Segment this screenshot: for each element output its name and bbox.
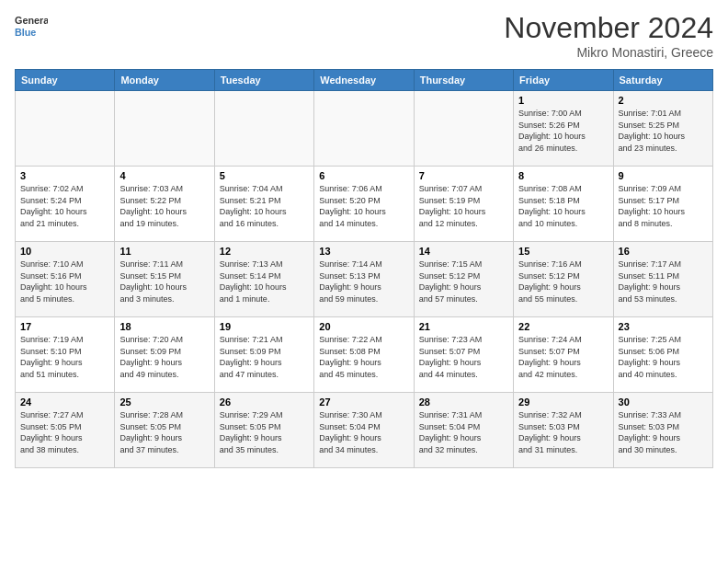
table-row: 10Sunrise: 7:10 AM Sunset: 5:16 PM Dayli… bbox=[16, 242, 115, 317]
svg-text:Blue: Blue bbox=[15, 27, 36, 38]
table-row bbox=[115, 91, 214, 167]
day-number: 20 bbox=[319, 321, 408, 332]
day-info: Sunrise: 7:33 AM Sunset: 5:03 PM Dayligh… bbox=[619, 409, 708, 455]
table-row: 8Sunrise: 7:08 AM Sunset: 5:18 PM Daylig… bbox=[514, 167, 613, 242]
table-row: 28Sunrise: 7:31 AM Sunset: 5:04 PM Dayli… bbox=[414, 393, 513, 468]
table-row: 27Sunrise: 7:30 AM Sunset: 5:04 PM Dayli… bbox=[314, 393, 414, 468]
table-row: 30Sunrise: 7:33 AM Sunset: 5:03 PM Dayli… bbox=[613, 393, 712, 468]
day-number: 15 bbox=[518, 246, 608, 257]
table-row: 23Sunrise: 7:25 AM Sunset: 5:06 PM Dayli… bbox=[613, 317, 712, 393]
day-info: Sunrise: 7:07 AM Sunset: 5:19 PM Dayligh… bbox=[419, 183, 508, 229]
col-friday: Friday bbox=[514, 70, 613, 91]
day-number: 11 bbox=[119, 246, 209, 257]
day-info: Sunrise: 7:28 AM Sunset: 5:05 PM Dayligh… bbox=[119, 409, 209, 455]
day-info: Sunrise: 7:02 AM Sunset: 5:24 PM Dayligh… bbox=[20, 183, 109, 229]
table-row: 14Sunrise: 7:15 AM Sunset: 5:12 PM Dayli… bbox=[414, 242, 513, 317]
day-number: 25 bbox=[119, 396, 209, 408]
day-info: Sunrise: 7:14 AM Sunset: 5:13 PM Dayligh… bbox=[319, 259, 408, 304]
day-info: Sunrise: 7:21 AM Sunset: 5:09 PM Dayligh… bbox=[220, 334, 309, 380]
table-row: 29Sunrise: 7:32 AM Sunset: 5:03 PM Dayli… bbox=[514, 393, 613, 468]
table-row: 6Sunrise: 7:06 AM Sunset: 5:20 PM Daylig… bbox=[314, 167, 414, 242]
col-tuesday: Tuesday bbox=[214, 70, 313, 91]
day-info: Sunrise: 7:24 AM Sunset: 5:07 PM Dayligh… bbox=[518, 334, 608, 380]
day-number: 5 bbox=[220, 170, 309, 181]
day-number: 26 bbox=[220, 396, 309, 408]
calendar-week-row: 24Sunrise: 7:27 AM Sunset: 5:05 PM Dayli… bbox=[16, 393, 713, 468]
table-row: 9Sunrise: 7:09 AM Sunset: 5:17 PM Daylig… bbox=[613, 167, 712, 242]
day-info: Sunrise: 7:10 AM Sunset: 5:16 PM Dayligh… bbox=[20, 259, 109, 304]
day-number: 8 bbox=[518, 170, 608, 181]
table-row: 2Sunrise: 7:01 AM Sunset: 5:25 PM Daylig… bbox=[613, 91, 712, 167]
table-row: 20Sunrise: 7:22 AM Sunset: 5:08 PM Dayli… bbox=[314, 317, 414, 393]
table-row: 22Sunrise: 7:24 AM Sunset: 5:07 PM Dayli… bbox=[514, 317, 613, 393]
location: Mikro Monastiri, Greece bbox=[504, 45, 713, 60]
table-row bbox=[214, 91, 313, 167]
day-info: Sunrise: 7:01 AM Sunset: 5:25 PM Dayligh… bbox=[619, 108, 708, 154]
day-info: Sunrise: 7:16 AM Sunset: 5:12 PM Dayligh… bbox=[518, 259, 608, 304]
calendar-table: Sunday Monday Tuesday Wednesday Thursday… bbox=[15, 69, 713, 468]
table-row: 18Sunrise: 7:20 AM Sunset: 5:09 PM Dayli… bbox=[115, 317, 214, 393]
calendar-week-row: 3Sunrise: 7:02 AM Sunset: 5:24 PM Daylig… bbox=[16, 167, 713, 242]
day-info: Sunrise: 7:29 AM Sunset: 5:05 PM Dayligh… bbox=[220, 409, 309, 455]
table-row: 1Sunrise: 7:00 AM Sunset: 5:26 PM Daylig… bbox=[514, 91, 613, 167]
calendar-week-row: 10Sunrise: 7:10 AM Sunset: 5:16 PM Dayli… bbox=[16, 242, 713, 317]
col-thursday: Thursday bbox=[414, 70, 513, 91]
day-info: Sunrise: 7:31 AM Sunset: 5:04 PM Dayligh… bbox=[419, 409, 508, 455]
calendar-body: 1Sunrise: 7:00 AM Sunset: 5:26 PM Daylig… bbox=[16, 91, 713, 468]
col-monday: Monday bbox=[115, 70, 214, 91]
day-number: 23 bbox=[619, 321, 708, 332]
table-row: 17Sunrise: 7:19 AM Sunset: 5:10 PM Dayli… bbox=[16, 317, 115, 393]
table-row: 24Sunrise: 7:27 AM Sunset: 5:05 PM Dayli… bbox=[16, 393, 115, 468]
table-row: 15Sunrise: 7:16 AM Sunset: 5:12 PM Dayli… bbox=[514, 242, 613, 317]
day-number: 12 bbox=[220, 246, 309, 257]
day-number: 9 bbox=[619, 170, 708, 181]
day-number: 14 bbox=[419, 246, 508, 257]
day-number: 27 bbox=[319, 396, 408, 408]
day-number: 18 bbox=[119, 321, 209, 332]
day-number: 7 bbox=[419, 170, 508, 181]
day-info: Sunrise: 7:13 AM Sunset: 5:14 PM Dayligh… bbox=[220, 259, 309, 304]
page: General Blue November 2024 Mikro Monasti… bbox=[0, 0, 728, 563]
title-block: November 2024 Mikro Monastiri, Greece bbox=[504, 11, 713, 60]
day-info: Sunrise: 7:30 AM Sunset: 5:04 PM Dayligh… bbox=[319, 409, 408, 455]
table-row bbox=[414, 91, 513, 167]
table-row: 13Sunrise: 7:14 AM Sunset: 5:13 PM Dayli… bbox=[314, 242, 414, 317]
day-info: Sunrise: 7:04 AM Sunset: 5:21 PM Dayligh… bbox=[220, 183, 309, 229]
day-number: 30 bbox=[619, 396, 708, 408]
col-wednesday: Wednesday bbox=[314, 70, 414, 91]
logo-icon: General Blue bbox=[15, 11, 48, 44]
logo: General Blue bbox=[15, 11, 48, 44]
day-number: 17 bbox=[20, 321, 109, 332]
table-row: 21Sunrise: 7:23 AM Sunset: 5:07 PM Dayli… bbox=[414, 317, 513, 393]
table-row bbox=[314, 91, 414, 167]
table-row: 3Sunrise: 7:02 AM Sunset: 5:24 PM Daylig… bbox=[16, 167, 115, 242]
table-row: 26Sunrise: 7:29 AM Sunset: 5:05 PM Dayli… bbox=[214, 393, 313, 468]
table-row: 11Sunrise: 7:11 AM Sunset: 5:15 PM Dayli… bbox=[115, 242, 214, 317]
table-row bbox=[16, 91, 115, 167]
table-row: 19Sunrise: 7:21 AM Sunset: 5:09 PM Dayli… bbox=[214, 317, 313, 393]
header: General Blue November 2024 Mikro Monasti… bbox=[15, 11, 713, 60]
day-number: 24 bbox=[20, 396, 109, 408]
day-info: Sunrise: 7:03 AM Sunset: 5:22 PM Dayligh… bbox=[119, 183, 209, 229]
svg-text:General: General bbox=[15, 15, 48, 26]
day-number: 10 bbox=[20, 246, 109, 257]
day-number: 1 bbox=[518, 95, 608, 106]
day-info: Sunrise: 7:00 AM Sunset: 5:26 PM Dayligh… bbox=[518, 108, 608, 154]
day-info: Sunrise: 7:23 AM Sunset: 5:07 PM Dayligh… bbox=[419, 334, 508, 380]
day-number: 21 bbox=[419, 321, 508, 332]
table-row: 7Sunrise: 7:07 AM Sunset: 5:19 PM Daylig… bbox=[414, 167, 513, 242]
day-info: Sunrise: 7:09 AM Sunset: 5:17 PM Dayligh… bbox=[619, 183, 708, 229]
day-info: Sunrise: 7:08 AM Sunset: 5:18 PM Dayligh… bbox=[518, 183, 608, 229]
day-number: 2 bbox=[619, 95, 708, 106]
calendar-week-row: 17Sunrise: 7:19 AM Sunset: 5:10 PM Dayli… bbox=[16, 317, 713, 393]
day-info: Sunrise: 7:11 AM Sunset: 5:15 PM Dayligh… bbox=[119, 259, 209, 304]
day-info: Sunrise: 7:06 AM Sunset: 5:20 PM Dayligh… bbox=[319, 183, 408, 229]
day-number: 3 bbox=[20, 170, 109, 181]
table-row: 4Sunrise: 7:03 AM Sunset: 5:22 PM Daylig… bbox=[115, 167, 214, 242]
table-row: 16Sunrise: 7:17 AM Sunset: 5:11 PM Dayli… bbox=[613, 242, 712, 317]
day-number: 28 bbox=[419, 396, 508, 408]
day-number: 6 bbox=[319, 170, 408, 181]
day-info: Sunrise: 7:25 AM Sunset: 5:06 PM Dayligh… bbox=[619, 334, 708, 380]
day-info: Sunrise: 7:22 AM Sunset: 5:08 PM Dayligh… bbox=[319, 334, 408, 380]
day-info: Sunrise: 7:15 AM Sunset: 5:12 PM Dayligh… bbox=[419, 259, 508, 304]
